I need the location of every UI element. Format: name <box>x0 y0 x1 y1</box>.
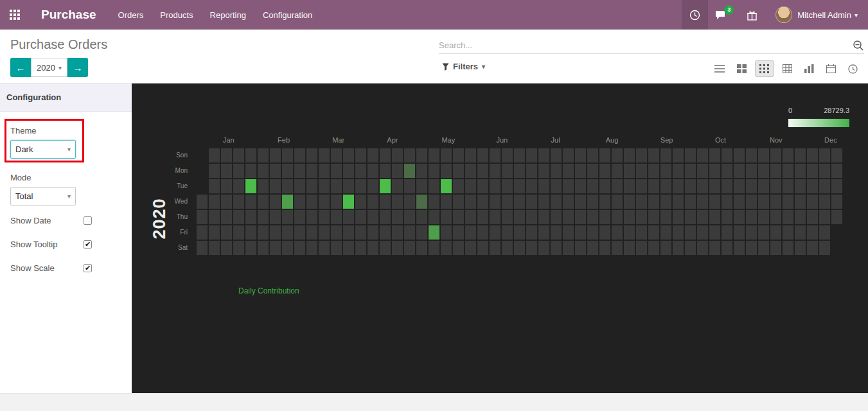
heatmap-cell[interactable] <box>538 225 549 240</box>
heatmap-cell[interactable] <box>599 195 610 209</box>
heatmap-cell[interactable] <box>355 225 366 240</box>
heatmap-cell[interactable] <box>697 210 708 224</box>
heatmap-cell[interactable] <box>294 225 305 240</box>
heatmap-cell[interactable] <box>404 225 415 240</box>
heatmap-cell[interactable] <box>306 148 317 162</box>
heatmap-cell[interactable] <box>660 148 671 162</box>
user-menu[interactable]: Mitchell Admin ▾ <box>768 0 868 30</box>
heatmap-cell[interactable] <box>807 210 818 224</box>
heatmap-cell[interactable] <box>294 148 305 162</box>
heatmap-cell[interactable] <box>819 195 830 209</box>
heatmap-cell[interactable] <box>538 148 549 162</box>
heatmap-cell[interactable] <box>660 225 671 240</box>
heatmap-cell[interactable] <box>331 241 342 255</box>
heatmap-cell[interactable] <box>453 225 464 240</box>
heatmap-cell[interactable] <box>746 195 757 209</box>
heatmap-cell[interactable] <box>648 241 659 255</box>
heatmap-cell[interactable] <box>636 225 647 240</box>
heatmap-cell[interactable] <box>599 148 610 162</box>
heatmap-cell[interactable] <box>306 241 317 255</box>
heatmap-cell[interactable] <box>770 179 781 193</box>
heatmap-cell[interactable] <box>245 148 256 162</box>
heatmap-cell[interactable] <box>612 148 623 162</box>
next-year-button[interactable]: → <box>67 58 88 77</box>
heatmap-cell[interactable] <box>441 195 452 209</box>
heatmap-cell[interactable] <box>319 225 330 240</box>
heatmap-cell[interactable] <box>331 210 342 224</box>
heatmap-cell[interactable] <box>368 179 378 193</box>
heatmap-cell[interactable] <box>416 195 427 209</box>
heatmap-cell[interactable] <box>648 210 659 224</box>
heatmap-cell[interactable] <box>795 225 806 240</box>
heatmap-cell[interactable] <box>270 164 281 178</box>
heatmap-cell[interactable] <box>319 195 330 209</box>
heatmap-cell[interactable] <box>770 195 781 209</box>
heatmap-cell[interactable] <box>392 179 403 193</box>
apps-menu-button[interactable] <box>0 0 30 30</box>
heatmap-cell[interactable] <box>465 195 476 209</box>
heatmap-cell[interactable] <box>453 210 464 224</box>
heatmap-cell[interactable] <box>477 195 488 209</box>
heatmap-cell[interactable] <box>831 210 842 224</box>
heatmap-cell[interactable] <box>380 225 391 240</box>
heatmap-cell[interactable] <box>514 210 525 224</box>
heatmap-cell[interactable] <box>538 195 549 209</box>
heatmap-cell[interactable] <box>636 241 647 255</box>
graph-view-button[interactable] <box>801 61 818 76</box>
heatmap-cell[interactable] <box>380 179 391 193</box>
heatmap-cell[interactable] <box>587 225 598 240</box>
heatmap-cell[interactable] <box>465 148 476 162</box>
heatmap-cell[interactable] <box>233 164 244 178</box>
heatmap-cell[interactable] <box>709 164 720 178</box>
heatmap-cell[interactable] <box>477 164 488 178</box>
heatmap-cell[interactable] <box>807 225 818 240</box>
search-icon[interactable] <box>853 40 864 51</box>
heatmap-cell[interactable] <box>270 195 281 209</box>
heatmap-cell[interactable] <box>270 225 281 240</box>
heatmap-cell[interactable] <box>502 210 513 224</box>
heatmap-cell[interactable] <box>221 225 232 240</box>
heatmap-cell[interactable] <box>453 179 464 193</box>
heatmap-cell[interactable] <box>416 210 427 224</box>
heatmap-cell[interactable] <box>734 241 745 255</box>
heatmap-cell[interactable] <box>514 241 525 255</box>
toggle-checkbox[interactable]: ✔ <box>84 240 92 249</box>
heatmap-cell[interactable] <box>477 225 488 240</box>
heatmap-cell[interactable] <box>819 225 830 240</box>
heatmap-cell[interactable] <box>526 210 537 224</box>
heatmap-cell[interactable] <box>380 210 391 224</box>
heatmap-cell[interactable] <box>245 225 256 240</box>
heatmap-cell[interactable] <box>416 179 427 193</box>
heatmap-cell[interactable] <box>514 225 525 240</box>
heatmap-cell[interactable] <box>587 241 598 255</box>
heatmap-cell[interactable] <box>331 148 342 162</box>
heatmap-cell[interactable] <box>587 210 598 224</box>
heatmap-cell[interactable] <box>697 241 708 255</box>
heatmap-cell[interactable] <box>282 164 293 178</box>
heatmap-cell[interactable] <box>197 225 208 240</box>
heatmap-cell[interactable] <box>770 210 781 224</box>
heatmap-cell[interactable] <box>685 241 696 255</box>
heatmap-cell[interactable] <box>807 241 818 255</box>
heatmap-cell[interactable] <box>697 195 708 209</box>
pivot-view-button[interactable] <box>779 61 796 76</box>
heatmap-cell[interactable] <box>404 241 415 255</box>
heatmap-cell[interactable] <box>392 195 403 209</box>
heatmap-cell[interactable] <box>612 195 623 209</box>
heatmap-cell[interactable] <box>575 225 586 240</box>
heatmap-cell[interactable] <box>282 179 293 193</box>
heatmap-cell[interactable] <box>819 148 830 162</box>
heatmap-cell[interactable] <box>319 241 330 255</box>
heatmap-cell[interactable] <box>660 241 671 255</box>
nav-item-products[interactable]: Products <box>160 10 193 20</box>
heatmap-cell[interactable] <box>526 195 537 209</box>
heatmap-cell[interactable] <box>575 241 586 255</box>
heatmap-cell[interactable] <box>343 164 354 178</box>
heatmap-cell[interactable] <box>233 148 244 162</box>
heatmap-cell[interactable] <box>477 179 488 193</box>
heatmap-cell[interactable] <box>612 210 623 224</box>
heatmap-cell[interactable] <box>404 210 415 224</box>
kanban-view-button[interactable] <box>733 61 750 76</box>
heatmap-cell[interactable] <box>819 210 830 224</box>
heatmap-cell[interactable] <box>429 179 439 193</box>
